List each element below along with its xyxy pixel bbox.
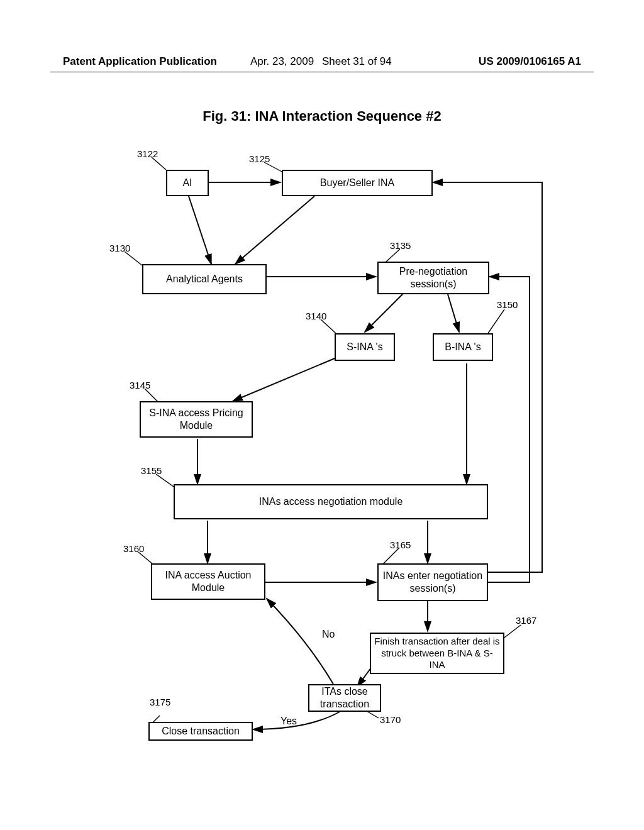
ref-3150: 3150	[497, 299, 518, 310]
header-rule	[50, 72, 594, 72]
ref-3160: 3160	[123, 543, 144, 554]
ref-3175: 3175	[150, 697, 170, 707]
ref-3140: 3140	[306, 311, 326, 321]
box-enter-negotiation: INAs enter negotiation session(s)	[377, 563, 488, 601]
svg-line-21	[138, 552, 153, 565]
box-close-transaction: Close transaction	[148, 722, 253, 741]
ref-3167: 3167	[516, 615, 536, 626]
svg-line-18	[488, 309, 504, 333]
ref-3130: 3130	[109, 243, 130, 253]
svg-line-22	[382, 548, 399, 565]
ref-3170: 3170	[380, 714, 401, 725]
svg-line-1	[189, 196, 211, 264]
figure-title: Fig. 31: INA Interaction Sequence #2	[50, 108, 594, 124]
svg-line-4	[365, 294, 402, 332]
box-pre-negotiation: Pre-negotiation session(s)	[377, 262, 489, 294]
box-ai: AI	[166, 170, 209, 196]
header-number: US 2009/0106165 A1	[479, 55, 581, 68]
box-finish-transaction: Finish transaction after deal is struck …	[370, 633, 504, 674]
box-analytical-agents: Analytical Agents	[142, 264, 267, 294]
svg-line-16	[385, 249, 400, 263]
connector-lines	[88, 145, 553, 773]
header-date: Apr. 23, 2009	[250, 55, 314, 68]
ref-3155: 3155	[141, 465, 162, 476]
box-buyer-seller-ina: Buyer/Seller INA	[282, 170, 433, 196]
label-no: No	[322, 629, 335, 640]
svg-line-2	[235, 196, 314, 264]
box-b-inas: B-INA 's	[433, 333, 493, 361]
box-auction-module: INA access Auction Module	[151, 563, 265, 600]
box-s-inas: S-INA 's	[335, 333, 395, 361]
svg-line-20	[156, 474, 174, 487]
ref-3125: 3125	[249, 153, 270, 164]
svg-line-17	[321, 319, 336, 333]
ref-3145: 3145	[130, 380, 150, 390]
box-neg-module: INAs access negotiation module	[174, 484, 488, 519]
ref-3122: 3122	[137, 148, 158, 159]
svg-line-6	[233, 358, 335, 401]
svg-line-23	[504, 625, 521, 638]
svg-line-5	[448, 294, 459, 332]
svg-line-13	[152, 157, 166, 170]
svg-line-15	[125, 252, 142, 265]
diagram-canvas: AI Buyer/Seller INA Analytical Agents Pr…	[88, 145, 553, 773]
box-itas-close: ITAs close transaction	[308, 684, 381, 712]
box-sina-pricing: S-INA access Pricing Module	[140, 401, 253, 438]
label-yes: Yes	[280, 716, 297, 727]
svg-line-19	[145, 389, 158, 402]
page-frame: Patent Application Publication Apr. 23, …	[50, 38, 594, 792]
ref-3165: 3165	[390, 540, 411, 550]
header-publication: Patent Application Publication	[63, 55, 217, 68]
ref-3135: 3135	[390, 240, 411, 251]
header-sheet: Sheet 31 of 94	[322, 55, 392, 68]
